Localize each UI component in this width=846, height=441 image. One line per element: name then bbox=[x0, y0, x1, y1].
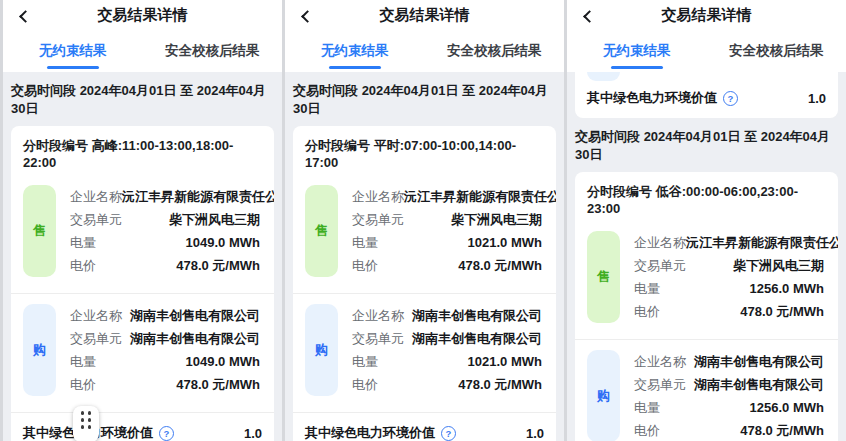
sell-badge: 售 bbox=[587, 231, 620, 323]
company-label: 企业名称 bbox=[70, 304, 122, 327]
buy-fields: 企业名称湖南丰创售电有限公司 交易单元湖南丰创售电有限公司 电量1021.0 M… bbox=[352, 304, 542, 396]
sell-badge: 售 bbox=[305, 185, 338, 277]
company-value: 湖南丰创售电有限公司 bbox=[130, 304, 260, 327]
help-icon[interactable]: ? bbox=[159, 426, 174, 441]
content: 其中绿色电力环境价值 ? 1.0 交易时间段 2024年04月01日 至 202… bbox=[567, 72, 846, 441]
price-label: 电价 bbox=[70, 373, 96, 396]
energy-value: 1021.0 MWh bbox=[468, 350, 542, 373]
result-card: 分时段编号 高峰:11:00-13:00,18:00-22:00 售 企业名称沅… bbox=[11, 126, 274, 441]
price-value: 478.0 元/MWh bbox=[740, 419, 824, 441]
sell-badge: 售 bbox=[23, 185, 56, 277]
trade-unit-label: 交易单元 bbox=[70, 327, 122, 350]
trade-period-label: 交易时间段 bbox=[575, 129, 640, 144]
sell-fields: 企业名称沅江丰昇新能源有限责任公司 交易单元柴下洲风电三期 电量1256.0 M… bbox=[634, 231, 824, 323]
tab-bar: 无约束结果 安全校核后结果 bbox=[3, 30, 282, 72]
price-value: 478.0 元/MWh bbox=[176, 373, 260, 396]
buy-fields: 企业名称湖南丰创售电有限公司 交易单元湖南丰创售电有限公司 电量1256.0 M… bbox=[634, 350, 824, 441]
trade-period-label: 交易时间段 bbox=[11, 83, 76, 98]
price-label: 电价 bbox=[352, 373, 378, 396]
green-power-value: 1.0 bbox=[244, 426, 262, 441]
buy-badge: 购 bbox=[23, 304, 56, 396]
energy-value: 1049.0 MWh bbox=[186, 350, 260, 373]
company-label: 企业名称 bbox=[352, 185, 404, 208]
buy-badge: 购 bbox=[305, 304, 338, 396]
tab-security-checked-result[interactable]: 安全校核后结果 bbox=[143, 30, 283, 72]
green-power-value: 1.0 bbox=[808, 91, 826, 106]
nav-bar: 交易结果详情 bbox=[567, 0, 846, 30]
panel-peak: 交易结果详情 无约束结果 安全校核后结果 交易时间段 2024年04月01日 至… bbox=[0, 0, 282, 441]
back-button[interactable] bbox=[580, 8, 596, 24]
back-button[interactable] bbox=[16, 8, 32, 24]
sell-fields: 企业名称沅江丰昇新能源有限责任公司 交易单元柴下洲风电三期 电量1021.0 M… bbox=[352, 185, 542, 277]
energy-value: 1256.0 MWh bbox=[750, 396, 824, 419]
company-label: 企业名称 bbox=[70, 185, 122, 208]
page-title: 交易结果详情 bbox=[98, 6, 188, 25]
dot bbox=[81, 411, 85, 415]
price-value: 478.0 元/MWh bbox=[458, 254, 542, 277]
nav-bar: 交易结果详情 bbox=[285, 0, 564, 30]
back-button[interactable] bbox=[298, 8, 314, 24]
page-title: 交易结果详情 bbox=[380, 6, 470, 25]
trade-unit-value: 柴下洲风电三期 bbox=[733, 254, 824, 277]
energy-value: 1256.0 MWh bbox=[750, 277, 824, 300]
dot bbox=[88, 418, 92, 422]
content: 交易时间段 2024年04月01日 至 2024年04月30日 分时段编号 高峰… bbox=[3, 72, 282, 441]
chevron-left-icon bbox=[301, 10, 314, 23]
price-value: 478.0 元/MWh bbox=[176, 254, 260, 277]
time-slot-row: 分时段编号 平时:07:00-10:00,14:00-17:00 bbox=[293, 126, 556, 175]
trade-unit-label: 交易单元 bbox=[634, 254, 686, 277]
green-power-value-row: 其中绿色电力环境价值 ? 1.0 bbox=[11, 413, 274, 441]
company-value: 沅江丰昇新能源有限责任公司 bbox=[122, 185, 274, 208]
tab-bar: 无约束结果 安全校核后结果 bbox=[285, 30, 564, 72]
tab-unconstrained-result[interactable]: 无约束结果 bbox=[285, 30, 425, 72]
trade-unit-label: 交易单元 bbox=[352, 327, 404, 350]
trade-period-row: 交易时间段 2024年04月01日 至 2024年04月30日 bbox=[3, 72, 282, 126]
company-value: 沅江丰昇新能源有限责任公司 bbox=[686, 231, 838, 254]
price-label: 电价 bbox=[352, 254, 378, 277]
content: 交易时间段 2024年04月01日 至 2024年04月30日 分时段编号 平时… bbox=[285, 72, 564, 441]
tab-unconstrained-result[interactable]: 无约束结果 bbox=[567, 30, 707, 72]
buy-fields: 企业名称湖南丰创售电有限公司 交易单元湖南丰创售电有限公司 电量1049.0 M… bbox=[70, 304, 260, 396]
trade-unit-value: 湖南丰创售电有限公司 bbox=[130, 327, 260, 350]
sell-section: 售 企业名称沅江丰昇新能源有限责任公司 交易单元柴下洲风电三期 电量1021.0… bbox=[293, 175, 556, 293]
energy-label: 电量 bbox=[352, 231, 378, 254]
three-screenshot-strip: 交易结果详情 无约束结果 安全校核后结果 交易时间段 2024年04月01日 至… bbox=[0, 0, 846, 441]
company-label: 企业名称 bbox=[634, 231, 686, 254]
green-power-value-label: 其中绿色电力环境价值 bbox=[305, 424, 435, 441]
energy-label: 电量 bbox=[70, 231, 96, 254]
dot bbox=[88, 425, 92, 429]
trade-unit-value: 湖南丰创售电有限公司 bbox=[412, 327, 542, 350]
time-slot-row: 分时段编号 低谷:00:00-06:00,23:00-23:00 bbox=[575, 172, 838, 221]
company-value: 湖南丰创售电有限公司 bbox=[694, 350, 824, 373]
trade-unit-label: 交易单元 bbox=[634, 373, 686, 396]
trade-unit-label: 交易单元 bbox=[70, 208, 122, 231]
green-power-value-row: 其中绿色电力环境价值 ? 1.0 bbox=[575, 83, 838, 118]
price-value: 478.0 元/MWh bbox=[458, 373, 542, 396]
green-power-value-row: 其中绿色电力环境价值 ? 1.0 bbox=[293, 413, 556, 441]
sell-section: 售 企业名称沅江丰昇新能源有限责任公司 交易单元柴下洲风电三期 电量1256.0… bbox=[575, 221, 838, 339]
price-label: 电价 bbox=[70, 254, 96, 277]
trade-unit-label: 交易单元 bbox=[352, 208, 404, 231]
help-icon[interactable]: ? bbox=[723, 91, 738, 106]
tab-security-checked-result[interactable]: 安全校核后结果 bbox=[707, 30, 846, 72]
dot bbox=[81, 418, 85, 422]
floating-drag-dots-widget[interactable] bbox=[73, 406, 99, 441]
tab-security-checked-result[interactable]: 安全校核后结果 bbox=[425, 30, 565, 72]
trade-unit-value: 湖南丰创售电有限公司 bbox=[694, 373, 824, 396]
tab-unconstrained-result[interactable]: 无约束结果 bbox=[3, 30, 143, 72]
company-label: 企业名称 bbox=[634, 350, 686, 373]
energy-label: 电量 bbox=[634, 277, 660, 300]
time-slot-row: 分时段编号 高峰:11:00-13:00,18:00-22:00 bbox=[11, 126, 274, 175]
energy-label: 电量 bbox=[352, 350, 378, 373]
panel-valley: 交易结果详情 无约束结果 安全校核后结果 其中绿色电力环境价值 ? 1.0 交易… bbox=[564, 0, 846, 441]
buy-section: 购 企业名称湖南丰创售电有限公司 交易单元湖南丰创售电有限公司 电量1049.0… bbox=[11, 294, 274, 412]
price-value: 478.0 元/MWh bbox=[740, 300, 824, 323]
buy-badge-cut bbox=[587, 72, 620, 81]
trade-unit-value: 柴下洲风电三期 bbox=[169, 208, 260, 231]
sell-section: 售 企业名称沅江丰昇新能源有限责任公司 交易单元柴下洲风电三期 电量1049.0… bbox=[11, 175, 274, 293]
chevron-left-icon bbox=[19, 10, 32, 23]
nav-bar: 交易结果详情 bbox=[3, 0, 282, 30]
green-power-value-label: 其中绿色电力环境价值 bbox=[587, 89, 717, 107]
energy-label: 电量 bbox=[70, 350, 96, 373]
help-icon[interactable]: ? bbox=[441, 426, 456, 441]
